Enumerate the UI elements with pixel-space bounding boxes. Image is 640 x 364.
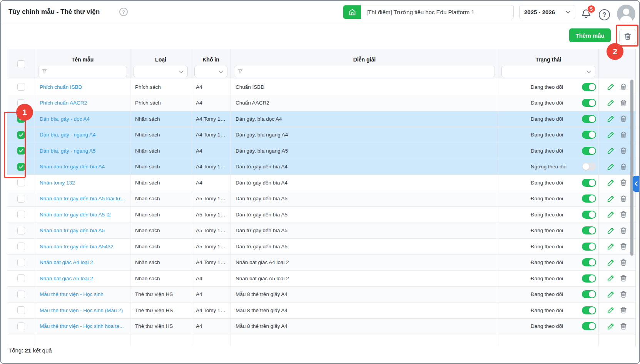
column-header-ten-mau[interactable]: Tên mẫu — [35, 49, 130, 63]
edit-pencil-icon[interactable] — [607, 131, 615, 139]
select-all-checkbox[interactable] — [17, 60, 25, 68]
delete-trash-icon[interactable] — [619, 146, 628, 155]
filter-select-size[interactable] — [194, 66, 227, 77]
status-toggle[interactable] — [582, 115, 596, 123]
row-checkbox[interactable] — [17, 227, 25, 234]
row-checkbox[interactable] — [17, 83, 25, 91]
row-checkbox[interactable] — [17, 163, 25, 171]
template-name-link[interactable]: Nhãn dán từ gáy đến bìa A5 — [40, 228, 125, 233]
filter-input-name[interactable] — [38, 66, 127, 77]
page-help-icon[interactable]: ? — [119, 8, 128, 16]
row-checkbox[interactable] — [17, 243, 25, 250]
help-icon[interactable]: ? — [599, 9, 610, 20]
template-name-link[interactable]: Nhãn tomy 132 — [40, 180, 125, 186]
edit-pencil-icon[interactable] — [607, 306, 615, 314]
collapse-panel-tab[interactable] — [633, 176, 639, 192]
template-name-link[interactable]: Phích chuẩn ISBD — [40, 84, 125, 90]
row-checkbox[interactable] — [17, 274, 25, 282]
template-name-link[interactable]: Nhãn bát giác A5 loại 2 — [40, 276, 125, 281]
status-toggle[interactable] — [582, 322, 596, 330]
status-toggle[interactable] — [582, 99, 596, 107]
edit-pencil-icon[interactable] — [607, 194, 615, 203]
status-toggle[interactable] — [582, 147, 596, 155]
status-toggle[interactable] — [582, 290, 596, 298]
template-name-link[interactable]: Nhãn dán từ gáy đến bìa A5-t2 — [40, 212, 125, 218]
delete-trash-icon[interactable] — [619, 290, 628, 299]
column-header-dien-giai[interactable]: Diễn giải — [231, 49, 498, 63]
vertical-scrollbar[interactable] — [630, 80, 633, 256]
template-name-link[interactable]: Dán bìa, gáy - ngang A5 — [40, 148, 125, 154]
edit-pencil-icon[interactable] — [607, 83, 615, 91]
status-toggle[interactable] — [582, 131, 596, 139]
row-checkbox[interactable] — [17, 306, 25, 314]
template-name-link[interactable]: Mẫu thẻ thư viện - Học sinh hoa te... — [40, 323, 125, 329]
template-name-link[interactable]: Nhãn dán từ gáy đến bìa A5 loại tự... — [40, 196, 125, 201]
edit-pencil-icon[interactable] — [607, 163, 615, 171]
row-checkbox[interactable] — [17, 179, 25, 186]
edit-pencil-icon[interactable] — [607, 258, 615, 267]
delete-trash-icon[interactable] — [619, 242, 628, 251]
delete-trash-icon[interactable] — [619, 210, 628, 219]
status-toggle[interactable] — [582, 243, 596, 251]
delete-trash-icon[interactable] — [619, 322, 628, 331]
status-toggle[interactable] — [582, 274, 596, 283]
bulk-delete-button[interactable] — [619, 29, 636, 44]
edit-pencil-icon[interactable] — [607, 210, 615, 219]
delete-trash-icon[interactable] — [619, 274, 628, 283]
delete-trash-icon[interactable] — [619, 178, 628, 187]
delete-trash-icon[interactable] — [619, 83, 628, 91]
template-name-link[interactable]: Phích chuẩn AACR2 — [40, 100, 125, 106]
delete-trash-icon[interactable] — [619, 131, 628, 139]
home-icon[interactable] — [343, 5, 361, 19]
template-name-link[interactable]: Nhãn dán từ gáy đến bìa A4 — [40, 164, 125, 170]
template-name-link[interactable]: Mẫu thẻ thư viện - Học sinh (Mẫu 2) — [40, 307, 125, 313]
row-checkbox[interactable] — [17, 291, 25, 298]
status-toggle[interactable] — [582, 179, 596, 187]
status-toggle[interactable] — [582, 194, 596, 203]
status-toggle[interactable] — [582, 163, 596, 171]
template-name-link[interactable]: Dán bìa, gáy - dọc A4 — [40, 116, 125, 122]
school-selector[interactable]: [Thí điểm] Trường tiểu học Edu Platform … — [343, 5, 514, 19]
status-toggle[interactable] — [582, 306, 596, 314]
status-toggle[interactable] — [582, 83, 596, 91]
template-print-size-cell: A4 Tomy 145 — [191, 255, 231, 271]
delete-trash-icon[interactable] — [619, 194, 628, 203]
status-toggle[interactable] — [582, 211, 596, 219]
delete-trash-icon[interactable] — [619, 258, 628, 267]
delete-trash-icon[interactable] — [619, 306, 628, 314]
delete-trash-icon[interactable] — [619, 115, 628, 123]
edit-pencil-icon[interactable] — [607, 146, 615, 155]
status-toggle[interactable] — [582, 258, 596, 266]
status-toggle[interactable] — [582, 226, 596, 234]
row-checkbox[interactable] — [17, 211, 25, 218]
filter-select-type[interactable] — [134, 66, 188, 77]
edit-pencil-icon[interactable] — [607, 226, 615, 235]
add-template-button[interactable]: Thêm mẫu — [569, 28, 611, 42]
row-checkbox[interactable] — [17, 195, 25, 203]
delete-trash-icon[interactable] — [619, 99, 628, 107]
delete-trash-icon[interactable] — [619, 163, 628, 171]
row-checkbox[interactable] — [17, 147, 25, 155]
column-header-trang-thai[interactable]: Trạng thái — [498, 49, 598, 63]
edit-pencil-icon[interactable] — [607, 242, 615, 251]
edit-pencil-icon[interactable] — [607, 322, 615, 331]
school-year-select[interactable]: 2025 - 2026 — [519, 5, 575, 19]
template-name-link[interactable]: Nhãn dán từ gáy đến bìa A5432 — [40, 244, 125, 249]
edit-pencil-icon[interactable] — [607, 290, 615, 299]
filter-input-desc[interactable] — [234, 66, 495, 77]
edit-pencil-icon[interactable] — [607, 99, 615, 107]
template-name-link[interactable]: Mẫu thẻ thư viện - Học sinh — [40, 291, 125, 297]
row-checkbox[interactable] — [17, 322, 25, 330]
template-name-link[interactable]: Nhãn bát giác A4 loại 2 — [40, 259, 125, 265]
user-avatar[interactable] — [617, 5, 635, 23]
filter-select-status[interactable] — [501, 66, 595, 77]
edit-pencil-icon[interactable] — [607, 115, 615, 123]
template-name-link[interactable]: Dán bìa, gáy - ngang A4 — [40, 132, 125, 138]
column-header-loai[interactable]: Loại — [130, 49, 191, 63]
edit-pencil-icon[interactable] — [607, 274, 615, 283]
column-header-kho-in[interactable]: Khổ in — [191, 49, 231, 63]
row-checkbox[interactable] — [17, 131, 25, 139]
edit-pencil-icon[interactable] — [607, 178, 615, 187]
delete-trash-icon[interactable] — [619, 226, 628, 235]
row-checkbox[interactable] — [17, 259, 25, 266]
